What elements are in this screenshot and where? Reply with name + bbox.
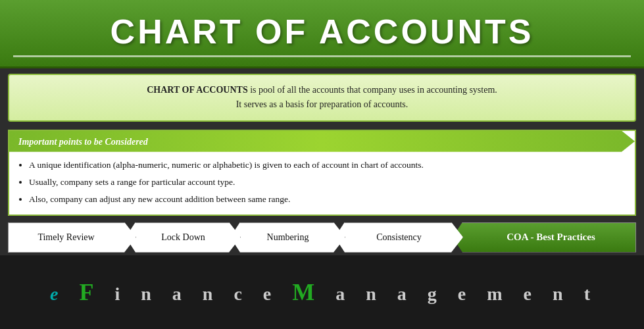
title-banner: CHART OF ACCOUNTS (0, 0, 644, 68)
page-title: CHART OF ACCOUNTS (13, 12, 631, 57)
practice-label-3: Numbering (267, 232, 309, 243)
best-practices-row: Timely Review Lock Down Numbering Consis… (8, 222, 636, 253)
practice-label-5: COA - Best Practices (507, 232, 595, 243)
description-rest: is pool of all the accounts that company… (248, 85, 497, 95)
brand-footer: e F i n a n c e M a n a g e m e n t (0, 255, 644, 329)
practice-label-4: Consistency (376, 232, 421, 243)
important-section: Important points to be Considered A uniq… (8, 130, 636, 216)
important-header-text: Important points to be Considered (18, 137, 148, 147)
practice-consistency[interactable]: Consistency (335, 222, 463, 253)
description-box: CHART OF ACCOUNTS is pool of all the acc… (8, 74, 636, 122)
brand-letter-a: a (172, 284, 186, 304)
practice-timely-review[interactable]: Timely Review (8, 222, 136, 253)
brand-letter-g: g (428, 284, 441, 304)
brand-letter-c: c (234, 284, 245, 304)
brand-letter-m: m (487, 284, 506, 304)
practice-numbering[interactable]: Numbering (230, 222, 345, 253)
brand-letter-n: n (141, 284, 155, 304)
brand-letter-e2: e (263, 284, 275, 304)
bullet-item-1: A unique identification (alpha-numeric, … (29, 159, 622, 172)
description-bold: CHART OF ACCOUNTS (147, 85, 248, 95)
brand-letter-e: e (50, 284, 62, 304)
bullet-list: A unique identification (alpha-numeric, … (9, 152, 635, 215)
brand-letter-n2: n (203, 284, 217, 304)
bullet-item-2: Usually, company sets a range for partic… (29, 176, 622, 189)
practice-label-2: Lock Down (161, 232, 205, 243)
brand-letter-a2: a (335, 284, 349, 304)
brand-letter-M: M (292, 279, 318, 305)
description-text: CHART OF ACCOUNTS is pool of all the acc… (22, 83, 622, 113)
brand-letter-t: t (584, 284, 594, 304)
practice-lock-down[interactable]: Lock Down (126, 222, 241, 253)
main-container: CHART OF ACCOUNTS CHART OF ACCOUNTS is p… (0, 0, 644, 329)
brand-letter-n4: n (553, 284, 567, 304)
practice-label-1: Timely Review (37, 232, 94, 243)
brand-letter-n3: n (366, 284, 380, 304)
brand-letter-e4: e (524, 284, 535, 304)
brand-letter-i: i (114, 284, 124, 304)
brand-letter-e3: e (458, 284, 470, 304)
brand-text: e F i n a n c e M a n a g e m e n t (50, 278, 594, 306)
bullet-item-3: Also, company can adjust any new account… (29, 193, 622, 206)
description-line2: It serves as a basis for preparation of … (236, 99, 409, 109)
brand-letter-F: F (79, 279, 97, 305)
practice-coa-best[interactable]: COA - Best Practices (453, 222, 636, 253)
important-header: Important points to be Considered (9, 131, 635, 152)
brand-letter-a3: a (397, 284, 410, 304)
